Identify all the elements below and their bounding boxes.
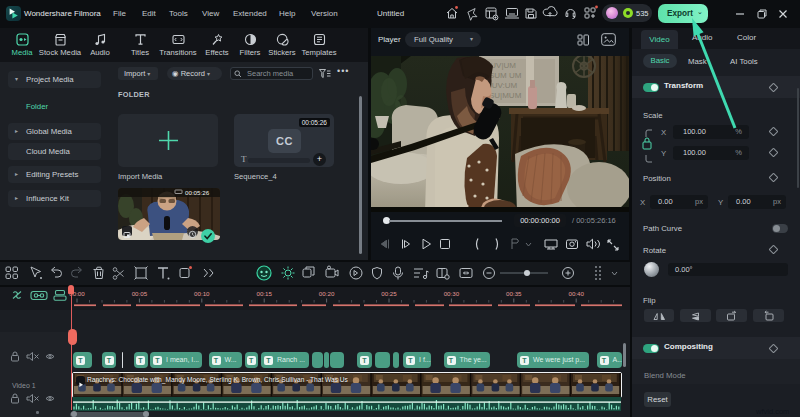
svg-text:00:10: 00:10 bbox=[194, 290, 210, 297]
svg-text:00:35: 00:35 bbox=[506, 290, 522, 297]
svg-text:00:20: 00:20 bbox=[319, 290, 335, 297]
svg-text:00:40: 00:40 bbox=[568, 290, 584, 297]
svg-text:00:30: 00:30 bbox=[444, 290, 460, 297]
svg-text:00:25: 00:25 bbox=[381, 290, 397, 297]
svg-text:00:05: 00:05 bbox=[132, 290, 148, 297]
svg-text:00:05:26: 00:05:26 bbox=[185, 189, 210, 196]
svg-text:00:15: 00:15 bbox=[256, 290, 272, 297]
